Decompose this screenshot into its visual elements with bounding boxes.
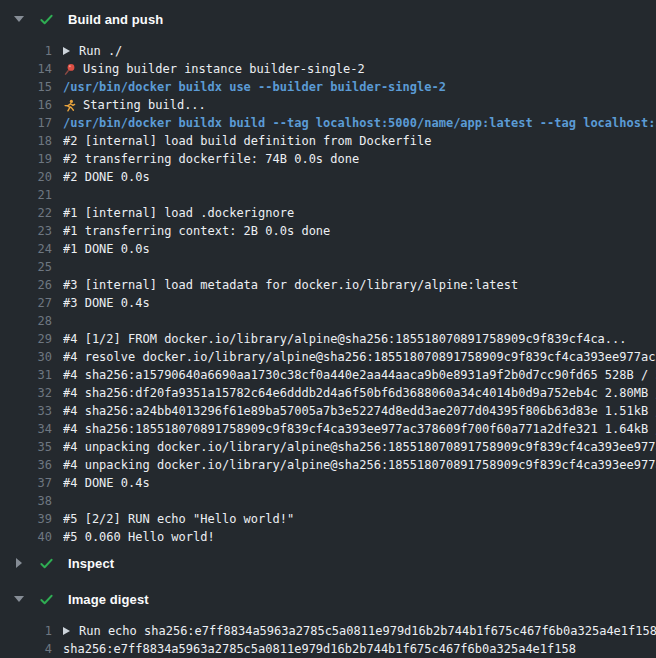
log-text: sha256:e7ff8834a5963a2785c5a0811e979d16b…: [63, 640, 656, 658]
log-line: 18#2 [internal] load build definition fr…: [0, 132, 656, 150]
line-number[interactable]: 38: [0, 492, 52, 510]
log-text-value: #1 DONE 0.0s: [63, 240, 150, 258]
line-number[interactable]: 27: [0, 294, 52, 312]
log-text-value: #5 0.060 Hello world!: [63, 528, 215, 546]
log-text-value: Run ./: [79, 42, 122, 60]
log-line: 28: [0, 312, 656, 330]
log-text: #4 resolve docker.io/library/alpine@sha2…: [63, 348, 656, 366]
log-line: 35#4 unpacking docker.io/library/alpine@…: [0, 438, 656, 456]
line-number[interactable]: 22: [0, 204, 52, 222]
check-success-icon: [38, 555, 54, 571]
workflow-log-viewer: Build and push1Run ./14Using builder ins…: [0, 0, 656, 658]
line-number[interactable]: 30: [0, 348, 52, 366]
log-line: 39#5 [2/2] RUN echo "Hello world!": [0, 510, 656, 528]
log-text-value: #2 DONE 0.0s: [63, 168, 150, 186]
line-number[interactable]: 28: [0, 312, 52, 330]
log-line: 23#1 transferring context: 2B 0.0s done: [0, 222, 656, 240]
line-number[interactable]: 34: [0, 420, 52, 438]
log-text: #3 DONE 0.4s: [63, 294, 656, 312]
line-number[interactable]: 23: [0, 222, 52, 240]
line-number[interactable]: 40: [0, 528, 52, 546]
log-text: #2 [internal] load build definition from…: [63, 132, 656, 150]
check-success-icon: [38, 11, 54, 27]
line-number[interactable]: 35: [0, 438, 52, 456]
expand-run-arrow-icon[interactable]: [63, 47, 70, 55]
line-number[interactable]: 18: [0, 132, 52, 150]
log-line: 33#4 sha256:a24bb4013296f61e89ba57005a7b…: [0, 402, 656, 420]
line-number[interactable]: 39: [0, 510, 52, 528]
line-number[interactable]: 31: [0, 366, 52, 384]
log-text: #4 sha256:a15790640a6690aa1730c38cf0a440…: [63, 366, 656, 384]
log-line: 38: [0, 492, 656, 510]
log-line: 37#4 DONE 0.4s: [0, 474, 656, 492]
log-line: 26#3 [internal] load metadata for docker…: [0, 276, 656, 294]
line-number[interactable]: 26: [0, 276, 52, 294]
log-line: 31#4 sha256:a15790640a6690aa1730c38cf0a4…: [0, 366, 656, 384]
line-number[interactable]: 19: [0, 150, 52, 168]
section-spacer: [0, 574, 656, 588]
log-line: 15/usr/bin/docker buildx use --builder b…: [0, 78, 656, 96]
chevron-down-icon[interactable]: [13, 16, 25, 22]
line-number[interactable]: 16: [0, 96, 52, 114]
log-line: 21: [0, 186, 656, 204]
log-text: #4 [1/2] FROM docker.io/library/alpine@s…: [63, 330, 656, 348]
chevron-right-icon[interactable]: [13, 558, 25, 568]
log-text-value: #4 unpacking docker.io/library/alpine@sh…: [63, 438, 656, 456]
log-line: 1Run echo sha256:e7ff8834a5963a2785c5a08…: [0, 622, 656, 640]
log-line: 24#1 DONE 0.0s: [0, 240, 656, 258]
chevron-down-icon[interactable]: [13, 596, 25, 602]
line-number[interactable]: 4: [0, 640, 52, 658]
log-text-value: #4 resolve docker.io/library/alpine@sha2…: [63, 348, 656, 366]
log-text-value: #3 DONE 0.4s: [63, 294, 150, 312]
section-header-build-and-push[interactable]: Build and push: [0, 8, 656, 30]
section-header-inspect[interactable]: Inspect: [0, 552, 656, 574]
log-text-value: /usr/bin/docker buildx build --tag local…: [63, 114, 656, 132]
log-text-value: #4 [1/2] FROM docker.io/library/alpine@s…: [63, 330, 627, 348]
line-number[interactable]: 15: [0, 78, 52, 96]
line-number[interactable]: 14: [0, 60, 52, 78]
log-text-value: #1 transferring context: 2B 0.0s done: [63, 222, 330, 240]
line-number[interactable]: 17: [0, 114, 52, 132]
log-line: 40#5 0.060 Hello world!: [0, 528, 656, 546]
log-line: 32#4 sha256:df20fa9351a15782c64e6dddb2d4…: [0, 384, 656, 402]
section-title: Inspect: [68, 556, 114, 571]
log-line: 27#3 DONE 0.4s: [0, 294, 656, 312]
line-number[interactable]: 20: [0, 168, 52, 186]
section-header-image-digest[interactable]: Image digest: [0, 588, 656, 610]
section-log-build-and-push: 1Run ./14Using builder instance builder-…: [0, 30, 656, 552]
log-text: #5 0.060 Hello world!: [63, 528, 656, 546]
log-text-value: Run echo sha256:e7ff8834a5963a2785c5a081…: [79, 622, 656, 640]
log-text: #4 sha256:a24bb4013296f61e89ba57005a7b3e…: [63, 402, 656, 420]
runner-icon: [63, 99, 76, 112]
line-number[interactable]: 32: [0, 384, 52, 402]
line-number[interactable]: 21: [0, 186, 52, 204]
log-text-value: #1 [internal] load .dockerignore: [63, 204, 294, 222]
section-title: Image digest: [68, 592, 149, 607]
log-text-value: #3 [internal] load metadata for docker.i…: [63, 276, 518, 294]
log-text: #4 sha256:185518070891758909c9f839cf4ca3…: [63, 420, 656, 438]
log-text: #4 DONE 0.4s: [63, 474, 656, 492]
log-line: 36#4 unpacking docker.io/library/alpine@…: [0, 456, 656, 474]
log-text: #5 [2/2] RUN echo "Hello world!": [63, 510, 656, 528]
expand-run-arrow-icon[interactable]: [63, 627, 70, 635]
log-text: #3 [internal] load metadata for docker.i…: [63, 276, 656, 294]
log-text: Using builder instance builder-single-2: [63, 60, 656, 78]
line-number[interactable]: 1: [0, 42, 52, 60]
check-success-icon: [38, 591, 54, 607]
line-number[interactable]: 1: [0, 622, 52, 640]
line-number[interactable]: 29: [0, 330, 52, 348]
line-number[interactable]: 37: [0, 474, 52, 492]
line-number[interactable]: 36: [0, 456, 52, 474]
line-number[interactable]: 24: [0, 240, 52, 258]
log-line: 34#4 sha256:185518070891758909c9f839cf4c…: [0, 420, 656, 438]
log-text: [63, 312, 656, 330]
line-number[interactable]: 25: [0, 258, 52, 276]
log-line: 4sha256:e7ff8834a5963a2785c5a0811e979d16…: [0, 640, 656, 658]
log-text: [63, 186, 656, 204]
line-number[interactable]: 33: [0, 402, 52, 420]
log-text: #4 unpacking docker.io/library/alpine@sh…: [63, 456, 656, 474]
log-line: 20#2 DONE 0.0s: [0, 168, 656, 186]
log-text: #1 transferring context: 2B 0.0s done: [63, 222, 656, 240]
log-line: 25: [0, 258, 656, 276]
section-log-image-digest: 1Run echo sha256:e7ff8834a5963a2785c5a08…: [0, 610, 656, 658]
